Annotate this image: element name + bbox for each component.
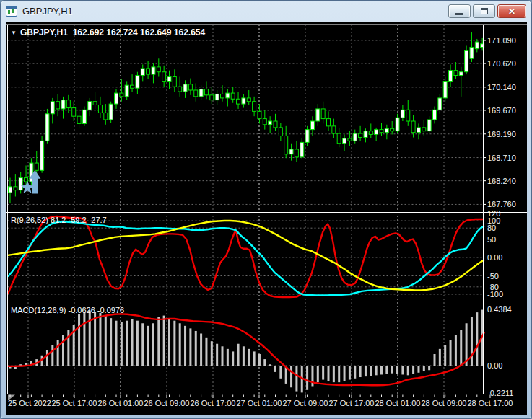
macd-histogram-bar <box>253 351 256 366</box>
macd-histogram-bar <box>195 331 197 366</box>
candle-bull <box>115 93 118 104</box>
candle-bull <box>82 110 86 123</box>
close-button[interactable]: ✕ <box>497 4 526 18</box>
price-axis-label: 169.670 <box>487 106 516 115</box>
price-axis-label: 171.090 <box>487 36 516 45</box>
candle-bull <box>242 98 245 104</box>
candle-bear <box>188 84 192 90</box>
macd-histogram-bar <box>370 366 372 376</box>
candle-bull <box>475 42 479 49</box>
macd-axis-label: 0.00 <box>487 361 502 370</box>
macd-histogram-bar <box>83 312 85 366</box>
macd-histogram-bar <box>222 346 224 366</box>
candle-bear <box>380 130 383 133</box>
minimize-icon <box>455 13 463 15</box>
time-axis-label[interactable]: 26 Oct 09:00 <box>144 399 190 407</box>
macd-histogram-bar <box>237 344 240 366</box>
macd-histogram-bar <box>99 313 101 366</box>
macd-histogram-bar <box>110 318 112 366</box>
chart-client-area[interactable]: ▼GBPJPY,H1 162.692 162.724 162.649 162.6… <box>6 22 527 414</box>
time-axis-label[interactable]: 27 Oct 01:00 <box>237 399 282 407</box>
candle-bear <box>204 89 208 95</box>
symbol-header: ▼GBPJPY,H1 162.692 162.724 162.649 162.6… <box>11 27 205 38</box>
indicator-axis-label: 0.00 <box>487 253 502 262</box>
candle-bull <box>375 130 378 135</box>
macd-histogram-bar <box>359 366 362 377</box>
candle-bear <box>120 93 123 97</box>
macd-histogram-bar <box>365 366 367 376</box>
macd-histogram-bar <box>396 366 398 374</box>
macd-histogram-bar <box>380 366 383 374</box>
price-axis-label: 168.710 <box>487 154 516 162</box>
candle-bear <box>210 95 214 100</box>
macd-histogram-bar <box>317 366 319 382</box>
time-axis-label[interactable]: 26 Oct 17:00 <box>191 399 236 407</box>
macd-histogram-bar <box>62 335 64 366</box>
candle-bear <box>147 69 150 74</box>
macd-histogram-bar <box>290 366 292 387</box>
macd-histogram-bar <box>349 366 351 380</box>
time-axis-label[interactable]: 27 Oct 17:00 <box>329 399 375 407</box>
macd-histogram-bar <box>152 323 154 366</box>
candle-bear <box>258 111 261 118</box>
macd-axis-label: -0.2211 <box>487 389 514 397</box>
macd-histogram-bar <box>243 346 245 366</box>
time-axis-label[interactable]: 28 Oct 01:00 <box>375 399 421 407</box>
candle-bear <box>173 77 176 87</box>
candle-bull <box>443 81 447 98</box>
time-axis-label[interactable]: 28 Oct 17:00 <box>468 399 513 407</box>
macd-histogram-bar <box>344 366 346 381</box>
candle-bull <box>125 85 128 97</box>
candle-bear <box>295 149 298 157</box>
macd-histogram-bar <box>184 326 186 366</box>
header-low: 162.649 <box>140 27 171 38</box>
window-title: GBPJPY,H1 <box>22 6 73 17</box>
time-axis-label[interactable]: 28 Oct 09:00 <box>422 399 467 407</box>
macd-histogram-bar <box>211 341 213 366</box>
macd-histogram-bar <box>412 366 414 374</box>
macd-histogram-bar <box>385 366 388 374</box>
macd-histogram-bar <box>295 366 297 392</box>
candle-bear <box>35 163 38 170</box>
macd-histogram-bar <box>434 354 436 366</box>
macd-histogram-bar <box>417 366 419 373</box>
restore-button[interactable] <box>473 4 495 18</box>
indicator-label: R(9,26,52) 81.2 -59.2 -27.7 <box>11 216 107 224</box>
candle-bull <box>51 102 54 114</box>
macd-histogram-bar <box>189 328 191 366</box>
header-symbol: GBPJPY,H1 <box>20 27 68 38</box>
candle-bull <box>199 89 203 97</box>
candle-bear <box>422 128 426 131</box>
candle-bear <box>253 102 256 112</box>
macd-histogram-bar <box>328 366 330 381</box>
candle-bear <box>327 119 331 126</box>
macd-histogram-bar <box>46 350 48 366</box>
macd-histogram-bar <box>444 345 446 366</box>
candle-bull <box>141 69 144 76</box>
candle-bull <box>316 109 320 121</box>
candle-bull <box>167 77 171 82</box>
candle-bull <box>449 71 453 82</box>
macd-histogram-bar <box>338 366 340 382</box>
candle-bull <box>136 75 139 88</box>
candle-bull <box>427 120 431 131</box>
candle-bear <box>454 71 458 76</box>
candle-bull <box>465 50 468 71</box>
macd-histogram-bar <box>200 334 202 366</box>
macd-histogram-bar <box>89 310 91 366</box>
time-axis-label[interactable]: 25 Oct 2022 <box>8 399 51 407</box>
minimize-button[interactable] <box>448 4 471 18</box>
candle-bear <box>221 94 224 97</box>
chevron-down-icon[interactable]: ▼ <box>11 30 17 36</box>
macd-histogram-bar <box>354 366 356 379</box>
time-axis-label[interactable]: 26 Oct 01:00 <box>98 399 144 407</box>
title-bar[interactable]: GBPJPY,H1 ✕ <box>1 1 531 22</box>
header-high: 162.724 <box>106 27 137 38</box>
candle-bull <box>152 67 155 74</box>
time-axis-label[interactable]: 27 Oct 09:00 <box>283 399 328 407</box>
price-axis-label: 170.620 <box>487 59 516 68</box>
time-axis-label[interactable]: 25 Oct 17:00 <box>52 399 97 407</box>
price-axis-label: 167.760 <box>487 200 516 208</box>
macd-histogram-bar <box>173 321 175 366</box>
candle-bear <box>104 113 108 120</box>
